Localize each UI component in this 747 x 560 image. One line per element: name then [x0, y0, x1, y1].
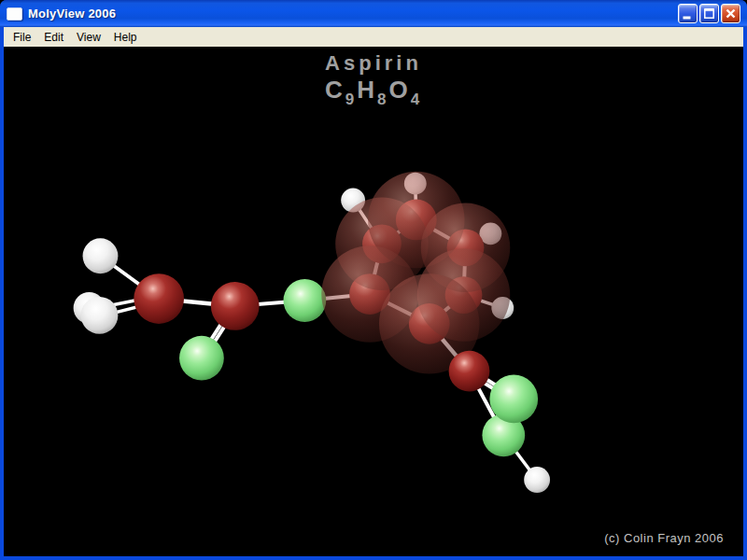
title-bar[interactable]: MolyView 2006 — [0, 0, 747, 27]
app-icon — [7, 7, 22, 21]
menu-item-view[interactable]: View — [70, 29, 107, 46]
formula-subscript: 8 — [377, 91, 388, 108]
formula-subscript: 9 — [345, 91, 357, 108]
atom-O — [489, 375, 538, 424]
formula-element: C — [325, 76, 345, 104]
menu-item-help[interactable]: Help — [107, 29, 144, 46]
maximize-icon — [701, 6, 717, 21]
molecule-title: Aspirin — [4, 52, 743, 75]
formula-element: O — [388, 76, 410, 104]
minimize-icon — [680, 6, 696, 21]
maximize-button[interactable] — [699, 4, 719, 23]
molecule-formula: C9H8O4 — [4, 76, 743, 114]
minimize-button[interactable] — [678, 4, 698, 23]
molecule-svg — [4, 47, 743, 556]
formula-subscript: 4 — [411, 91, 422, 108]
atom-C — [211, 282, 260, 330]
atom-C — [449, 351, 490, 392]
app-window: MolyView 2006 FileEditViewHelp — [0, 0, 747, 560]
atom-H — [524, 467, 550, 493]
window-title: MolyView 2006 — [28, 7, 116, 21]
close-icon — [723, 6, 739, 21]
formula-element: H — [357, 76, 377, 104]
render-canvas[interactable]: Aspirin C9H8O4 (c) Colin Frayn 2006 — [4, 47, 743, 556]
atom-O — [179, 336, 224, 381]
atom-O — [283, 279, 326, 322]
menu-item-file[interactable]: File — [7, 29, 37, 46]
menu-item-edit[interactable]: Edit — [37, 29, 70, 46]
atom-H — [81, 297, 119, 334]
menu-bar: FileEditViewHelp — [4, 27, 743, 47]
window-controls — [678, 4, 740, 23]
copyright-text: (c) Colin Frayn 2006 — [604, 531, 724, 545]
atom-H — [83, 238, 119, 273]
close-button[interactable] — [721, 4, 740, 23]
atom-C — [134, 273, 184, 324]
